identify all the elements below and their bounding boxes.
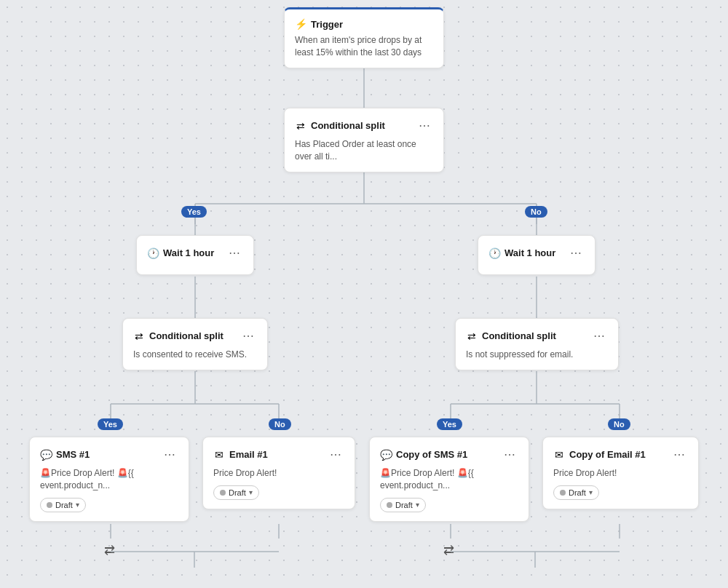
cs3-more-button[interactable]: ⋯ bbox=[590, 327, 608, 344]
yes-badge-right-2: Yes bbox=[437, 418, 462, 430]
cs2-title-group: ⇄ Conditional split bbox=[133, 330, 223, 342]
cs3-title: Conditional split bbox=[482, 330, 556, 341]
trigger-title: Trigger bbox=[311, 19, 343, 30]
sms1-chevron-icon: ▾ bbox=[76, 501, 79, 509]
wait1-more-button[interactable]: ⋯ bbox=[226, 245, 243, 261]
wait1-title: Wait 1 hour bbox=[163, 247, 214, 258]
email2-draft-dot bbox=[560, 490, 566, 496]
split-icon-3: ⇄ bbox=[466, 330, 478, 342]
email1-draft-button[interactable]: Draft ▾ bbox=[213, 485, 259, 500]
sms2-title: Copy of SMS #1 bbox=[396, 449, 467, 460]
sms2-title-group: 💬 Copy of SMS #1 bbox=[380, 449, 467, 461]
conditional-split-1-card: ⇄ Conditional split ⋯ Has Placed Order a… bbox=[284, 108, 444, 172]
sms1-draft-dot bbox=[47, 502, 52, 508]
email2-title-group: ✉ Copy of Email #1 bbox=[553, 449, 646, 461]
clock-icon-2: 🕐 bbox=[488, 247, 500, 259]
cs1-header: ⇄ Conditional split ⋯ bbox=[295, 117, 433, 134]
email2-draft-button[interactable]: Draft ▾ bbox=[553, 485, 599, 500]
email1-draft-row: Draft ▾ bbox=[213, 485, 344, 500]
sms2-more-button[interactable]: ⋯ bbox=[501, 446, 518, 463]
no-badge-left-2: No bbox=[269, 418, 291, 430]
email1-draft-label: Draft bbox=[229, 488, 246, 497]
sms1-draft-button[interactable]: Draft ▾ bbox=[40, 498, 86, 512]
sms2-icon: 💬 bbox=[380, 449, 392, 461]
email2-more-button[interactable]: ⋯ bbox=[670, 446, 688, 463]
trigger-header: ⚡ Trigger bbox=[295, 18, 433, 30]
sms2-draft-label: Draft bbox=[395, 501, 413, 509]
email1-draft-dot bbox=[220, 490, 226, 496]
wait2-more-button[interactable]: ⋯ bbox=[567, 245, 585, 261]
wait1-header: 🕐 Wait 1 hour ⋯ bbox=[147, 245, 243, 261]
email1-more-button[interactable]: ⋯ bbox=[327, 446, 344, 463]
email2-draft-label: Draft bbox=[569, 488, 586, 497]
email2-icon: ✉ bbox=[553, 449, 565, 461]
sms1-draft-row: Draft ▾ bbox=[40, 498, 178, 512]
sms1-draft-label: Draft bbox=[55, 501, 73, 509]
sms2-card: 💬 Copy of SMS #1 ⋯ 🚨Price Drop Alert! 🚨{… bbox=[369, 437, 529, 522]
email2-draft-row: Draft ▾ bbox=[553, 485, 688, 500]
trigger-card: ⚡ Trigger When an item's price drops by … bbox=[284, 7, 444, 68]
email1-icon: ✉ bbox=[213, 449, 225, 461]
conditional-split-2-card: ⇄ Conditional split ⋯ Is consented to re… bbox=[122, 318, 268, 370]
email1-title: Email #1 bbox=[229, 449, 268, 460]
sms2-body: 🚨Price Drop Alert! 🚨{{ event.product_n..… bbox=[380, 467, 518, 492]
split-icon-1: ⇄ bbox=[295, 120, 306, 132]
email1-card: ✉ Email #1 ⋯ Price Drop Alert! Draft ▾ bbox=[202, 437, 355, 509]
email2-chevron-icon: ▾ bbox=[589, 488, 593, 496]
wait1-title-group: 🕐 Wait 1 hour bbox=[147, 247, 214, 259]
wait2-header: 🕐 Wait 1 hour ⋯ bbox=[488, 245, 585, 261]
sms1-more-button[interactable]: ⋯ bbox=[161, 446, 178, 463]
sms1-header: 💬 SMS #1 ⋯ bbox=[40, 446, 178, 463]
sms2-draft-row: Draft ▾ bbox=[380, 498, 518, 512]
cs3-header: ⇄ Conditional split ⋯ bbox=[466, 327, 608, 344]
email1-body: Price Drop Alert! bbox=[213, 467, 344, 480]
cs1-more-button[interactable]: ⋯ bbox=[416, 117, 433, 134]
trigger-icon: ⚡ bbox=[295, 18, 306, 30]
cs1-title: Conditional split bbox=[311, 120, 385, 131]
loop-icon-1: ⇄ bbox=[104, 542, 115, 558]
no-badge-right-2: No bbox=[608, 418, 630, 430]
wait-2-card: 🕐 Wait 1 hour ⋯ bbox=[478, 235, 596, 275]
wait-1-card: 🕐 Wait 1 hour ⋯ bbox=[136, 235, 254, 275]
yes-badge-left: Yes bbox=[181, 206, 207, 218]
email1-header: ✉ Email #1 ⋯ bbox=[213, 446, 344, 463]
trigger-body: When an item's price drops by at least 1… bbox=[295, 34, 433, 59]
wait2-title-group: 🕐 Wait 1 hour bbox=[488, 247, 555, 259]
email2-title: Copy of Email #1 bbox=[569, 449, 646, 460]
email1-title-group: ✉ Email #1 bbox=[213, 449, 268, 461]
email2-body: Price Drop Alert! bbox=[553, 467, 688, 480]
no-badge-right: No bbox=[525, 206, 547, 218]
clock-icon-1: 🕐 bbox=[147, 247, 159, 259]
cs2-more-button[interactable]: ⋯ bbox=[240, 327, 257, 344]
sms1-body: 🚨Price Drop Alert! 🚨{{ event.product_n..… bbox=[40, 467, 178, 492]
loop-icon-2: ⇄ bbox=[443, 542, 454, 558]
cs1-body: Has Placed Order at least once over all … bbox=[295, 138, 433, 163]
conditional-split-3-card: ⇄ Conditional split ⋯ Is not suppressed … bbox=[455, 318, 619, 370]
sms2-chevron-icon: ▾ bbox=[416, 501, 419, 509]
sms1-icon: 💬 bbox=[40, 449, 52, 461]
email1-chevron-icon: ▾ bbox=[249, 488, 253, 496]
wait2-title: Wait 1 hour bbox=[505, 247, 555, 258]
cs2-title: Conditional split bbox=[149, 330, 223, 341]
cs3-body: Is not suppressed for email. bbox=[466, 349, 608, 361]
split-icon-2: ⇄ bbox=[133, 330, 145, 342]
cs1-title-group: ⇄ Conditional split bbox=[295, 120, 385, 132]
cs3-title-group: ⇄ Conditional split bbox=[466, 330, 556, 342]
sms2-draft-dot bbox=[387, 502, 392, 508]
sms2-draft-button[interactable]: Draft ▾ bbox=[380, 498, 426, 512]
email2-header: ✉ Copy of Email #1 ⋯ bbox=[553, 446, 688, 463]
sms2-header: 💬 Copy of SMS #1 ⋯ bbox=[380, 446, 518, 463]
sms1-title: SMS #1 bbox=[56, 449, 90, 460]
cs2-body: Is consented to receive SMS. bbox=[133, 349, 257, 361]
flow-canvas: ⚡ Trigger When an item's price drops by … bbox=[0, 0, 728, 588]
sms1-card: 💬 SMS #1 ⋯ 🚨Price Drop Alert! 🚨{{ event.… bbox=[29, 437, 189, 522]
yes-badge-left-2: Yes bbox=[98, 418, 123, 430]
trigger-title-group: ⚡ Trigger bbox=[295, 18, 343, 30]
cs2-header: ⇄ Conditional split ⋯ bbox=[133, 327, 257, 344]
sms1-title-group: 💬 SMS #1 bbox=[40, 449, 90, 461]
email2-card: ✉ Copy of Email #1 ⋯ Price Drop Alert! D… bbox=[542, 437, 699, 509]
